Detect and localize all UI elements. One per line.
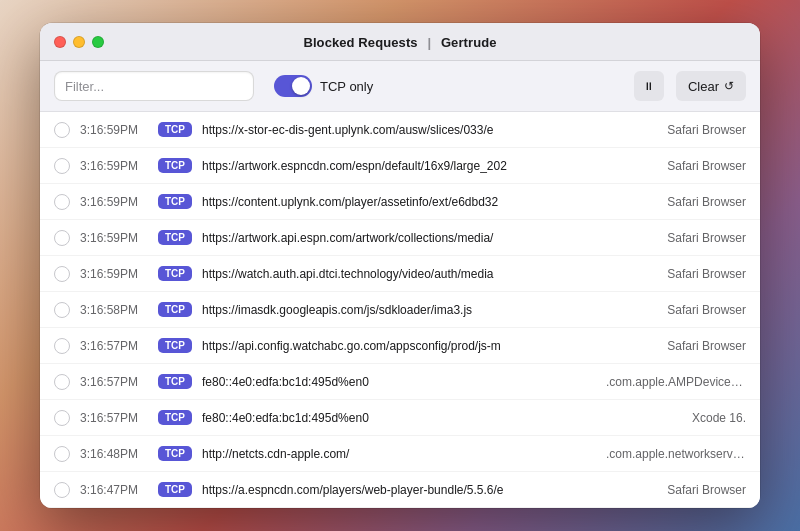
row-source-8: Xcode 16. bbox=[606, 411, 746, 425]
row-source-0: Safari Browser bbox=[606, 123, 746, 137]
row-time-10: 3:16:47PM bbox=[80, 483, 148, 497]
window-title: Blocked Requests | Gertrude bbox=[303, 35, 496, 50]
row-radio-7[interactable] bbox=[54, 374, 70, 390]
row-time-6: 3:16:57PM bbox=[80, 339, 148, 353]
row-radio-10[interactable] bbox=[54, 482, 70, 498]
row-protocol-10: TCP bbox=[158, 482, 192, 497]
table-row[interactable]: 3:16:59PM TCP https://x-stor-ec-dis-gent… bbox=[40, 112, 760, 148]
row-source-7: .com.apple.AMPDeviceDiscoveryAgent bbox=[606, 375, 746, 389]
row-protocol-0: TCP bbox=[158, 122, 192, 137]
table-row[interactable]: 3:16:59PM TCP https://artwork.api.espn.c… bbox=[40, 220, 760, 256]
table-row[interactable]: 3:16:59PM TCP https://watch.auth.api.dtc… bbox=[40, 256, 760, 292]
table-row[interactable]: 3:16:57PM TCP fe80::4e0:edfa:bc1d:495d%e… bbox=[40, 400, 760, 436]
traffic-lights bbox=[54, 36, 104, 48]
row-source-4: Safari Browser bbox=[606, 267, 746, 281]
row-radio-6[interactable] bbox=[54, 338, 70, 354]
table-row[interactable]: 3:16:48PM TCP http://netcts.cdn-apple.co… bbox=[40, 436, 760, 472]
requests-table[interactable]: 3:16:59PM TCP https://x-stor-ec-dis-gent… bbox=[40, 112, 760, 508]
row-radio-3[interactable] bbox=[54, 230, 70, 246]
table-row[interactable]: 3:16:59PM TCP https://artwork.espncdn.co… bbox=[40, 148, 760, 184]
maximize-button[interactable] bbox=[92, 36, 104, 48]
table-row[interactable]: 3:16:57PM TCP https://api.config.watchab… bbox=[40, 328, 760, 364]
row-time-1: 3:16:59PM bbox=[80, 159, 148, 173]
toolbar: TCP only ⏸ Clear ↺ bbox=[40, 61, 760, 112]
row-protocol-8: TCP bbox=[158, 410, 192, 425]
pause-icon: ⏸ bbox=[643, 80, 654, 92]
row-radio-0[interactable] bbox=[54, 122, 70, 138]
toggle-label: TCP only bbox=[320, 79, 373, 94]
table-row[interactable]: 3:16:57PM TCP fe80::4e0:edfa:bc1d:495d%e… bbox=[40, 364, 760, 400]
row-source-2: Safari Browser bbox=[606, 195, 746, 209]
row-source-6: Safari Browser bbox=[606, 339, 746, 353]
minimize-button[interactable] bbox=[73, 36, 85, 48]
clear-label: Clear bbox=[688, 79, 719, 94]
table-row[interactable]: 3:16:59PM TCP https://content.uplynk.com… bbox=[40, 184, 760, 220]
row-url-6: https://api.config.watchabc.go.com/appsc… bbox=[202, 339, 596, 353]
row-protocol-6: TCP bbox=[158, 338, 192, 353]
row-radio-1[interactable] bbox=[54, 158, 70, 174]
row-protocol-1: TCP bbox=[158, 158, 192, 173]
row-source-1: Safari Browser bbox=[606, 159, 746, 173]
refresh-icon: ↺ bbox=[724, 79, 734, 93]
toggle-knob bbox=[292, 77, 310, 95]
row-time-4: 3:16:59PM bbox=[80, 267, 148, 281]
row-time-3: 3:16:59PM bbox=[80, 231, 148, 245]
row-protocol-2: TCP bbox=[158, 194, 192, 209]
row-url-3: https://artwork.api.espn.com/artwork/col… bbox=[202, 231, 596, 245]
row-source-5: Safari Browser bbox=[606, 303, 746, 317]
row-time-7: 3:16:57PM bbox=[80, 375, 148, 389]
clear-button[interactable]: Clear ↺ bbox=[676, 71, 746, 101]
row-time-5: 3:16:58PM bbox=[80, 303, 148, 317]
row-url-1: https://artwork.espncdn.com/espn/default… bbox=[202, 159, 596, 173]
table-row[interactable]: 3:16:47PM TCP https://a.espncdn.com/play… bbox=[40, 472, 760, 508]
tcp-only-toggle[interactable] bbox=[274, 75, 312, 97]
row-protocol-3: TCP bbox=[158, 230, 192, 245]
row-radio-4[interactable] bbox=[54, 266, 70, 282]
row-protocol-4: TCP bbox=[158, 266, 192, 281]
tcp-toggle-section: TCP only bbox=[274, 75, 373, 97]
row-url-5: https://imasdk.googleapis.com/js/sdkload… bbox=[202, 303, 596, 317]
row-radio-5[interactable] bbox=[54, 302, 70, 318]
row-url-2: https://content.uplynk.com/player/asseti… bbox=[202, 195, 596, 209]
pause-button[interactable]: ⏸ bbox=[634, 71, 664, 101]
row-url-0: https://x-stor-ec-dis-gent.uplynk.com/au… bbox=[202, 123, 596, 137]
row-time-8: 3:16:57PM bbox=[80, 411, 148, 425]
row-protocol-9: TCP bbox=[158, 446, 192, 461]
row-radio-9[interactable] bbox=[54, 446, 70, 462]
row-url-4: https://watch.auth.api.dtci.technology/v… bbox=[202, 267, 596, 281]
row-time-9: 3:16:48PM bbox=[80, 447, 148, 461]
row-source-9: .com.apple.networkserviceproxy bbox=[606, 447, 746, 461]
row-radio-2[interactable] bbox=[54, 194, 70, 210]
row-url-9: http://netcts.cdn-apple.com/ bbox=[202, 447, 596, 461]
row-time-2: 3:16:59PM bbox=[80, 195, 148, 209]
row-time-0: 3:16:59PM bbox=[80, 123, 148, 137]
row-url-10: https://a.espncdn.com/players/web-player… bbox=[202, 483, 596, 497]
row-radio-8[interactable] bbox=[54, 410, 70, 426]
close-button[interactable] bbox=[54, 36, 66, 48]
row-source-3: Safari Browser bbox=[606, 231, 746, 245]
filter-input[interactable] bbox=[54, 71, 254, 101]
row-protocol-7: TCP bbox=[158, 374, 192, 389]
row-url-7: fe80::4e0:edfa:bc1d:495d%en0 bbox=[202, 375, 596, 389]
main-window: Blocked Requests | Gertrude TCP only ⏸ C… bbox=[40, 23, 760, 508]
row-source-10: Safari Browser bbox=[606, 483, 746, 497]
table-row[interactable]: 3:16:58PM TCP https://imasdk.googleapis.… bbox=[40, 292, 760, 328]
row-protocol-5: TCP bbox=[158, 302, 192, 317]
row-url-8: fe80::4e0:edfa:bc1d:495d%en0 bbox=[202, 411, 596, 425]
title-bar: Blocked Requests | Gertrude bbox=[40, 23, 760, 61]
